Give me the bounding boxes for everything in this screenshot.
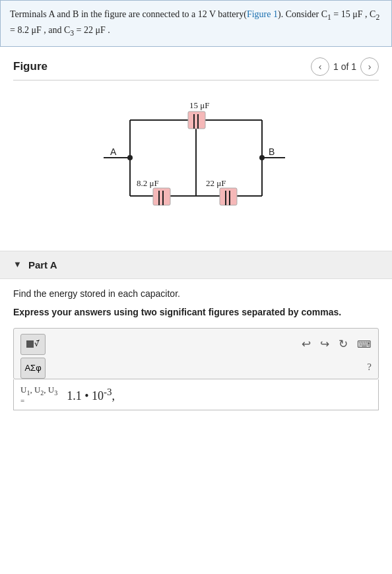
c1-label: 15 μF (189, 100, 209, 110)
input-label-wrap: U1, U2, U3 = (20, 385, 63, 405)
input-row: U1, U2, U3 = 1.1 • 10-3, (13, 379, 379, 411)
toolbar-left: √̄ (20, 334, 46, 355)
figure-divider (13, 80, 379, 80)
toolbar-right-1: ↩ ↪ ↻ ⌨ (302, 337, 372, 351)
circuit-container: 15 μF 8.2 μF 22 μF A B (13, 87, 379, 245)
svg-rect-9 (188, 112, 205, 129)
keyboard-icon[interactable]: ⌨ (357, 338, 372, 350)
help-icon[interactable]: ? (367, 362, 372, 373)
circuit-diagram: 15 μF 8.2 μF 22 μF A B (90, 94, 302, 226)
terminal-b-label: B (269, 146, 275, 157)
c2-label: 8.2 μF (137, 178, 159, 188)
toolbar-right-2: ? (367, 359, 372, 377)
figure-title: Figure (13, 60, 48, 73)
express-text: Express your answers using two significa… (13, 305, 379, 319)
c3-label: 22 μF (206, 178, 226, 188)
formula-icon: √̄ (26, 340, 40, 348)
refresh-icon[interactable]: ↻ (339, 337, 348, 351)
figure-nav: ‹ 1 of 1 › (311, 57, 379, 76)
figure-link[interactable]: Figure 1 (247, 9, 278, 19)
nav-prev-button[interactable]: ‹ (311, 57, 329, 76)
input-eq: = (20, 397, 63, 404)
input-label: U1, U2, U3 (20, 385, 57, 397)
alpha-sigma-phi-button[interactable]: ΑΣφ (20, 358, 46, 379)
answer-box: √̄ ↩ ↪ ↻ ⌨ ΑΣφ ? (13, 328, 379, 379)
terminal-a-label: A (110, 146, 117, 157)
toolbar-row-1: √̄ ↩ ↪ ↻ ⌨ (20, 334, 372, 355)
figure-section: Figure ‹ 1 of 1 › (0, 47, 392, 251)
svg-rect-15 (220, 188, 237, 205)
figure-header: Figure ‹ 1 of 1 › (13, 57, 379, 76)
info-text-start: Terminals A and B in the figure are conn… (10, 9, 247, 19)
toolbar-left-2: ΑΣφ (20, 358, 46, 379)
info-box: Terminals A and B in the figure are conn… (0, 0, 392, 47)
find-text: Find the energy stored in each capacitor… (13, 288, 379, 299)
math-input-display: 1.1 • 10-3, (67, 387, 115, 403)
toolbar-row-2: ΑΣφ ? (20, 358, 372, 379)
formula-button[interactable]: √̄ (20, 334, 46, 355)
redo-icon[interactable]: ↪ (320, 337, 329, 351)
part-a-arrow: ▼ (13, 259, 22, 270)
nav-count: 1 of 1 (333, 61, 356, 72)
part-a-section[interactable]: ▼ Part A (0, 251, 392, 279)
undo-icon[interactable]: ↩ (302, 337, 311, 351)
nav-next-button[interactable]: › (360, 57, 379, 76)
svg-rect-12 (153, 188, 170, 205)
content-area: Find the energy stored in each capacitor… (0, 279, 392, 420)
part-a-title: Part A (28, 259, 57, 271)
